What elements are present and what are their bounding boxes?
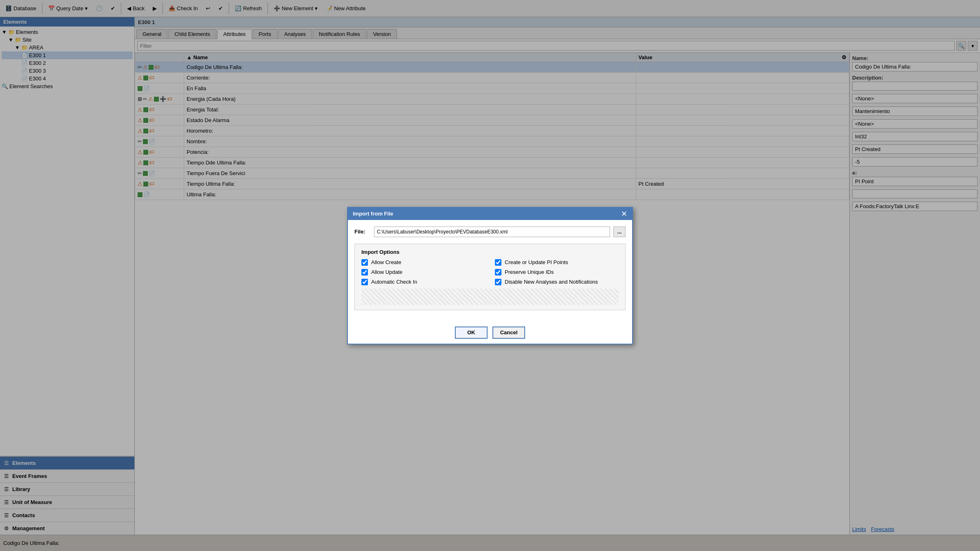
allow-create-row: Allow Create [361, 259, 485, 266]
create-update-pi-checkbox[interactable] [495, 259, 501, 266]
options-title: Import Options [361, 249, 619, 255]
modal-title: Import from File [353, 211, 393, 217]
modal-footer: OK Cancel [348, 323, 632, 344]
allow-create-checkbox[interactable] [361, 259, 368, 266]
cancel-button[interactable]: Cancel [492, 327, 525, 339]
modal-overlay: Import from File ✕ File: ... Import Opti… [0, 0, 980, 551]
preserve-unique-row: Preserve Unique IDs [495, 269, 619, 276]
allow-update-checkbox[interactable] [361, 269, 368, 276]
allow-update-label: Allow Update [371, 269, 403, 275]
hatch-area [361, 289, 619, 305]
preserve-unique-checkbox[interactable] [495, 269, 501, 276]
auto-checkin-label: Automatic Check In [371, 279, 417, 285]
create-update-pi-label: Create or Update PI Points [505, 259, 568, 265]
file-label: File: [354, 229, 371, 235]
ok-button[interactable]: OK [455, 327, 488, 339]
import-options: Import Options Allow Create Create or Up… [354, 244, 626, 310]
file-row: File: ... [354, 227, 626, 237]
disable-new-label: Disable New Analyses and Notifications [505, 279, 598, 285]
allow-create-label: Allow Create [371, 259, 401, 265]
preserve-unique-label: Preserve Unique IDs [505, 269, 554, 275]
auto-checkin-checkbox[interactable] [361, 279, 368, 285]
browse-button[interactable]: ... [613, 227, 626, 237]
disable-new-row: Disable New Analyses and Notifications [495, 279, 619, 285]
import-from-file-dialog: Import from File ✕ File: ... Import Opti… [347, 207, 633, 344]
file-input[interactable] [374, 227, 610, 237]
auto-checkin-row: Automatic Check In [361, 279, 485, 285]
modal-header: Import from File ✕ [348, 208, 632, 220]
modal-body: File: ... Import Options Allow Create Cr… [348, 220, 632, 323]
allow-update-row: Allow Update [361, 269, 485, 276]
disable-new-checkbox[interactable] [495, 279, 501, 285]
create-update-pi-row: Create or Update PI Points [495, 259, 619, 266]
modal-close-button[interactable]: ✕ [621, 210, 627, 218]
options-grid: Allow Create Create or Update PI Points … [361, 259, 619, 285]
